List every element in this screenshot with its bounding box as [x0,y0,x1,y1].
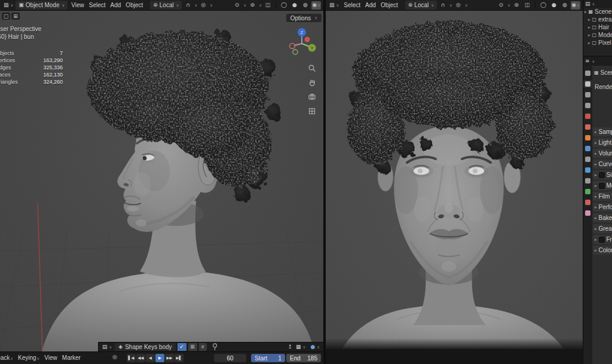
properties-tab[interactable] [583,80,592,88]
panel-header[interactable]: ▸ Performance [593,203,612,212]
properties-tab[interactable] [583,112,592,120]
shading-material-button[interactable]: ◍ [560,1,570,10]
shading-solid-button[interactable]: ● [549,1,559,10]
proportional-edit-toggle[interactable]: ◎ [454,1,463,10]
outliner-editor-icon[interactable]: ▤ [585,1,590,7]
gizmos-toggle[interactable]: ⊙ [496,1,506,10]
orientation-dropdown[interactable]: ⊕ Local ∨ [405,1,437,10]
properties-tab[interactable] [583,155,592,163]
menu-item[interactable]: Playback∨ [0,353,16,364]
transport-button[interactable]: ▶▌ [175,354,183,362]
viewport-left-canvas[interactable]: User Perspective (60) Hair | bun Objects… [0,11,323,351]
gizmos-toggle[interactable]: ⊙ [232,1,241,10]
shading-rendered-button[interactable]: ◉∨ [311,1,321,10]
zoom-button[interactable] [307,63,317,73]
panel-checkbox[interactable] [599,183,605,189]
snap-toggle[interactable]: ∩ [438,1,448,10]
camera-view-button[interactable] [307,92,317,102]
fake-user-toggle[interactable]: ✓ [178,343,186,351]
outliner-row[interactable]: ▸ ▢ extras [583,16,612,23]
panel-header[interactable]: ▸ Sampling [593,127,612,136]
shading-dropdown[interactable]: ● ∨ [309,344,321,350]
panel-header[interactable]: ▸ Motion Blur [593,181,612,190]
panel-header[interactable]: ▸ Curves [593,160,612,169]
shading-wireframe-button[interactable]: ◯ [538,1,548,10]
properties-tab[interactable] [583,209,592,217]
navigation-gizmo[interactable]: Z Y [285,25,319,59]
shading-solid-button[interactable]: ● [290,1,299,10]
shading-material-button[interactable]: ◍ [301,1,310,10]
overlays-toggle[interactable]: ⊚ [247,1,257,10]
properties-editor-icon[interactable]: ≡ [585,59,590,64]
proportional-edit-toggle[interactable]: ◎ [198,1,208,10]
properties-tab[interactable] [583,198,592,206]
menu-item[interactable]: Marker∨ [60,353,83,364]
current-frame-field[interactable]: 60 [214,354,246,362]
panel-header[interactable]: ▸ Volumes [593,149,612,158]
panel-header[interactable]: ▸ Film [593,192,612,201]
menu-item[interactable]: Add [108,0,124,10]
expand-arrow-icon[interactable]: ▸ [588,25,590,30]
outliner-row[interactable]: ▸ ▢ Hair [583,23,612,31]
menu-item[interactable]: Add [363,0,378,10]
snap-dropdown[interactable]: ∨ [194,3,197,8]
menu-item[interactable]: View [69,0,87,10]
proportional-dropdown[interactable]: ∨ [210,3,213,8]
pan-button[interactable] [307,78,317,87]
transport-button[interactable]: ◀◀ [136,354,145,362]
editor-type-button[interactable]: ▧ ∨ [2,2,14,8]
menu-item[interactable]: Select [87,0,108,10]
transport-button[interactable]: ◀ [146,354,155,362]
panel-header[interactable]: ▸ Simplify [593,170,612,179]
properties-tab[interactable] [583,123,592,131]
transport-button[interactable]: ▶ [155,354,164,362]
menu-item[interactable]: Object [123,0,145,10]
editor-type-button[interactable]: ▧ ∨ [328,2,340,8]
editor-type-button[interactable]: ▤ ∨ [101,344,113,350]
panel-checkbox[interactable] [599,172,605,178]
properties-tab[interactable] [583,166,592,174]
menu-item[interactable]: View∨ [42,353,60,364]
shapekey-datablock[interactable]: ◈ Shape Keys body [115,343,175,351]
xray-toggle[interactable]: ◫ [263,1,273,10]
mode-dropdown[interactable]: ▣ Object Mode ∨ [16,1,68,10]
transport-button[interactable]: ▌◀ [127,354,136,362]
xray-toggle[interactable]: ◫ [522,1,532,10]
properties-tab[interactable] [583,134,592,142]
panel-header[interactable]: ▸ Bake [593,213,612,222]
outliner-row[interactable]: ▸ ▦ Scene Collection [583,8,612,16]
overlays-dropdown[interactable]: ∨ [259,3,262,8]
properties-tab[interactable] [583,102,592,109]
proportional-dropdown[interactable]: ∨ [465,3,468,8]
new-datablock-button[interactable]: ⊞ [188,343,197,351]
outliner-row[interactable]: ▸ ▢ Model [583,31,612,39]
frame-start-field[interactable]: Start 1 [251,354,285,362]
orientation-dropdown[interactable]: ⊕ Local ∨ [150,1,182,10]
frame-end-field[interactable]: End 185 [286,354,321,362]
pin-toggle[interactable] [211,343,219,351]
promote-icon[interactable]: ↥ [288,344,293,350]
panel-header[interactable]: ▸ Light Paths [593,138,612,147]
expand-arrow-icon[interactable]: ▸ [588,33,590,38]
viewport-right-canvas[interactable] [326,11,583,364]
panel-header[interactable]: ▸ Freestyle [593,235,612,244]
menu-item[interactable]: Object [378,0,400,10]
overlays-toggle[interactable]: ⊚ [512,1,521,10]
expand-arrow-icon[interactable]: ▸ [588,41,590,45]
properties-tab[interactable] [583,188,592,195]
expand-arrow-icon[interactable]: ▸ [585,10,587,14]
expand-arrow-icon[interactable]: ▸ [588,17,590,22]
properties-tab[interactable] [583,177,592,185]
properties-tab[interactable] [583,145,592,152]
shading-rendered-button[interactable]: ◉∨ [571,1,580,10]
tool-icon-b[interactable]: ⊞ [11,13,20,20]
menu-item[interactable]: Keying∨ [16,353,42,364]
options-dropdown[interactable]: Options ∨ [286,14,322,22]
outliner-row[interactable]: ▸ ▢ Pixel [583,39,612,47]
panel-header[interactable]: ▸ Color Management [593,246,612,255]
panel-header[interactable]: ▸ Grease Pencil [593,224,612,233]
gizmos-dropdown[interactable]: ∨ [507,3,510,8]
snap-toggle[interactable]: ∩ [183,1,192,10]
filter-dropdown[interactable]: ▦ ∨ [295,344,307,350]
snap-dropdown[interactable]: ∨ [449,3,452,8]
